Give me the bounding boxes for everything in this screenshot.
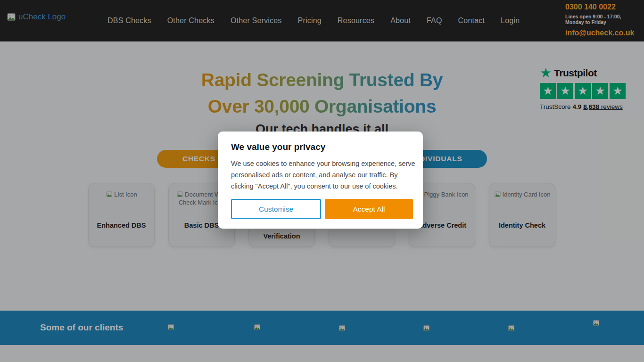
customise-button[interactable]: Customise bbox=[231, 199, 321, 219]
page: uCheck Logo DBS Checks Other Checks Othe… bbox=[0, 0, 644, 362]
cookie-consent-dialog: We value your privacy We use cookies to … bbox=[218, 132, 423, 229]
modal-body: We use cookies to enhance your browsing … bbox=[231, 158, 413, 192]
modal-actions: Customise Accept All bbox=[231, 199, 413, 219]
accept-all-button[interactable]: Accept All bbox=[325, 199, 413, 219]
modal-body-line3: clicking "Accept All", you consent to ou… bbox=[231, 181, 413, 192]
modal-body-line1: We use cookies to enhance your browsing … bbox=[231, 158, 413, 169]
modal-title: We value your privacy bbox=[231, 142, 413, 152]
modal-body-line2: personalised ads or content, and analyse… bbox=[231, 169, 413, 181]
